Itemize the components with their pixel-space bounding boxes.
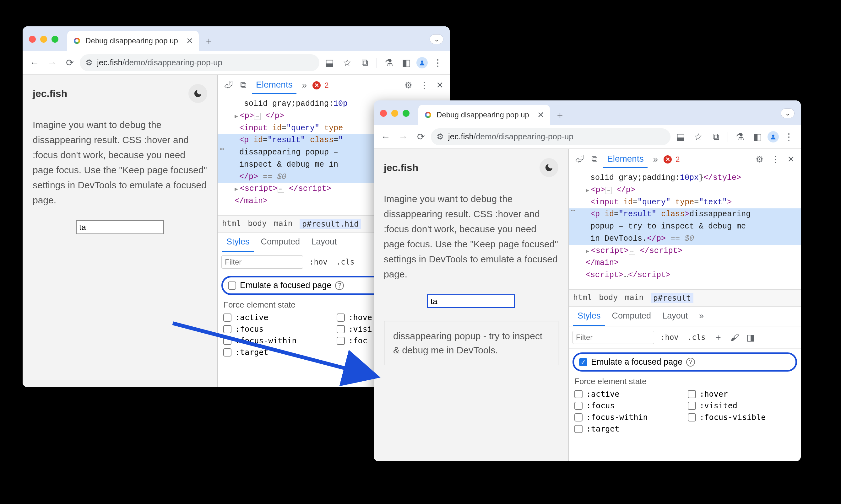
window-close-icon[interactable] xyxy=(29,36,36,43)
dom-tree[interactable]: ⋯ solid gray;padding:10px}</style> <p>⋯ … xyxy=(569,170,801,289)
force-hover[interactable]: :hover xyxy=(688,390,795,399)
force-focus-within[interactable]: :focus-within xyxy=(223,336,331,345)
tab-close-icon[interactable]: ✕ xyxy=(537,110,544,120)
device-toggle-icon[interactable]: ⧉ xyxy=(238,78,248,92)
force-focus-visible[interactable]: :focus-visible xyxy=(688,413,795,422)
hov-toggle[interactable]: :hov xyxy=(658,332,681,343)
crumb-body[interactable]: body xyxy=(248,219,267,229)
nav-back-button[interactable]: ← xyxy=(378,129,393,144)
devtools-tab-elements[interactable]: Elements xyxy=(252,76,296,94)
tab-computed[interactable]: Computed xyxy=(257,233,304,252)
window-minimize-icon[interactable] xyxy=(40,36,47,43)
more-tabs-icon[interactable]: » xyxy=(300,78,309,92)
labs-flask-icon[interactable]: ⚗ xyxy=(732,129,748,144)
crumb-main[interactable]: main xyxy=(274,219,292,229)
cls-toggle[interactable]: .cls xyxy=(334,256,357,268)
inspect-element-icon[interactable]: ⮰ xyxy=(222,78,234,92)
install-app-icon[interactable]: ⬓ xyxy=(322,55,337,70)
address-bar[interactable]: ⚙ jec.fish/demo/disappearing-pop-up xyxy=(80,54,319,71)
more-tabs-icon[interactable]: » xyxy=(695,307,708,326)
devtools-close-icon[interactable]: ✕ xyxy=(434,78,445,92)
more-tabs-icon[interactable]: » xyxy=(651,152,660,166)
devtools-menu-icon[interactable]: ⋮ xyxy=(769,152,782,166)
profile-avatar-icon[interactable] xyxy=(416,57,428,68)
devtools-settings-icon[interactable]: ⚙ xyxy=(754,152,765,166)
tab-close-icon[interactable]: ✕ xyxy=(186,36,193,46)
force-focus[interactable]: :focus xyxy=(223,324,331,334)
tab-styles[interactable]: Styles xyxy=(573,307,605,326)
tab-computed[interactable]: Computed xyxy=(608,307,656,326)
browser-tab[interactable]: Debug disappearing pop up ✕ xyxy=(67,31,199,51)
force-active[interactable]: :active xyxy=(574,390,682,399)
force-target[interactable]: :target xyxy=(574,424,682,433)
force-focus-within[interactable]: :focus-within xyxy=(574,413,682,422)
install-app-icon[interactable]: ⬓ xyxy=(673,129,688,144)
side-panel-icon[interactable]: ◧ xyxy=(750,129,765,144)
force-target[interactable]: :target xyxy=(223,348,331,357)
query-input[interactable] xyxy=(76,220,164,234)
new-tab-button[interactable]: ＋ xyxy=(553,107,567,122)
inspect-element-icon[interactable]: ⮰ xyxy=(573,152,586,166)
emulate-checkbox[interactable]: ✓ xyxy=(579,358,587,366)
emulate-checkbox[interactable] xyxy=(228,282,236,290)
crumb-result[interactable]: p#result xyxy=(651,293,694,303)
tab-search-button[interactable]: ⌄ xyxy=(781,108,794,118)
window-close-icon[interactable] xyxy=(380,110,387,117)
extensions-icon[interactable]: ⧉ xyxy=(357,55,372,70)
devtools-tab-elements[interactable]: Elements xyxy=(603,151,648,168)
crumb-html[interactable]: html xyxy=(573,293,592,303)
devtools-menu-icon[interactable]: ⋮ xyxy=(418,78,431,92)
device-toggle-icon[interactable]: ⧉ xyxy=(590,152,599,166)
styles-filter-input[interactable] xyxy=(573,331,654,344)
site-settings-icon[interactable]: ⚙ xyxy=(437,132,444,142)
help-icon[interactable]: ? xyxy=(335,281,344,290)
cls-toggle[interactable]: .cls xyxy=(685,332,708,343)
dark-mode-toggle[interactable] xyxy=(540,158,558,177)
nav-forward-button[interactable]: → xyxy=(45,55,60,70)
address-bar[interactable]: ⚙ jec.fish/demo/disappearing-pop-up xyxy=(431,128,670,145)
paint-flashing-icon[interactable]: 🖌 xyxy=(728,330,741,345)
error-badge-icon[interactable]: ✕ xyxy=(313,81,321,89)
help-icon[interactable]: ? xyxy=(686,358,695,366)
dark-mode-toggle[interactable] xyxy=(189,84,207,103)
window-zoom-icon[interactable] xyxy=(52,36,58,43)
browser-tab[interactable]: Debug disappearing pop up ✕ xyxy=(418,105,550,125)
window-minimize-icon[interactable] xyxy=(391,110,398,117)
side-panel-icon[interactable]: ◧ xyxy=(399,55,414,70)
tab-search-button[interactable]: ⌄ xyxy=(430,34,443,44)
site-settings-icon[interactable]: ⚙ xyxy=(85,58,93,68)
dom-breadcrumb[interactable]: html body main p#result xyxy=(569,289,801,307)
new-tab-button[interactable]: ＋ xyxy=(201,33,216,48)
query-input[interactable] xyxy=(427,294,515,308)
nav-reload-button[interactable]: ⟳ xyxy=(413,129,428,144)
hov-toggle[interactable]: :hov xyxy=(307,256,330,268)
bookmark-star-icon[interactable]: ☆ xyxy=(690,129,706,144)
devtools-settings-icon[interactable]: ⚙ xyxy=(403,78,414,92)
force-visited[interactable]: :visited xyxy=(688,401,795,410)
browser-menu-icon[interactable]: ⋮ xyxy=(430,55,445,70)
force-focus[interactable]: :focus xyxy=(574,401,682,410)
crumb-result[interactable]: p#result.hid xyxy=(300,219,362,229)
browser-menu-icon[interactable]: ⋮ xyxy=(781,129,796,144)
nav-reload-button[interactable]: ⟳ xyxy=(62,55,77,70)
computed-panel-icon[interactable]: ◨ xyxy=(744,330,756,345)
bookmark-star-icon[interactable]: ☆ xyxy=(339,55,354,70)
extensions-icon[interactable]: ⧉ xyxy=(708,129,723,144)
labs-flask-icon[interactable]: ⚗ xyxy=(381,55,396,70)
crumb-body[interactable]: body xyxy=(599,293,618,303)
profile-avatar-icon[interactable] xyxy=(768,131,779,143)
crumb-html[interactable]: html xyxy=(222,219,241,229)
tab-styles[interactable]: Styles xyxy=(222,233,254,252)
emulate-focused-page-row[interactable]: ✓ Emulate a focused page ? xyxy=(573,353,797,372)
crumb-main[interactable]: main xyxy=(625,293,644,303)
force-active[interactable]: :active xyxy=(223,313,331,322)
devtools-close-icon[interactable]: ✕ xyxy=(785,152,796,166)
tab-layout[interactable]: Layout xyxy=(658,307,692,326)
tab-layout[interactable]: Layout xyxy=(307,233,341,252)
nav-back-button[interactable]: ← xyxy=(27,55,42,70)
styles-filter-input[interactable] xyxy=(222,255,303,269)
new-style-rule-icon[interactable]: ＋ xyxy=(712,329,724,345)
error-badge-icon[interactable]: ✕ xyxy=(664,155,672,163)
window-zoom-icon[interactable] xyxy=(403,110,409,117)
nav-forward-button[interactable]: → xyxy=(396,129,411,144)
